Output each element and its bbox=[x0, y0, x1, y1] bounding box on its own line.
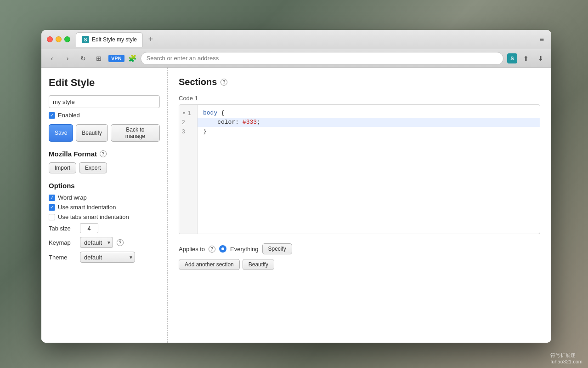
download-button[interactable]: ⬇ bbox=[535, 52, 547, 64]
word-wrap-checkbox[interactable]: ✓ bbox=[49, 195, 55, 201]
tabs-smart-checkbox[interactable] bbox=[49, 214, 55, 220]
back-to-manage-button[interactable]: Back to manage bbox=[111, 124, 160, 142]
back-button[interactable]: ‹ bbox=[46, 52, 58, 64]
sections-help-icon[interactable]: ? bbox=[220, 79, 227, 86]
keymap-select[interactable]: default vim emacs bbox=[80, 237, 113, 248]
tab-size-input[interactable] bbox=[80, 223, 98, 233]
smart-indentation-row: ✓ Use smart indentation bbox=[49, 204, 160, 211]
beautify-section-button[interactable]: Beautify bbox=[243, 259, 274, 270]
code-line-3: } bbox=[203, 127, 534, 136]
tab-title: Edit Style my style bbox=[92, 36, 137, 43]
theme-row: Theme default monokai dracula ▼ bbox=[49, 252, 160, 263]
smart-indentation-label: Use smart indentation bbox=[58, 204, 116, 211]
line-numbers: ▼ 1 2 3 bbox=[179, 105, 198, 234]
tabs-smart-row: Use tabs smart indentation bbox=[49, 213, 160, 220]
close-button[interactable] bbox=[47, 36, 53, 42]
add-tab-button[interactable]: + bbox=[145, 34, 157, 46]
enabled-label: Enabled bbox=[58, 112, 80, 119]
tab-favicon: S bbox=[82, 36, 89, 43]
beautify-button[interactable]: Beautify bbox=[76, 124, 107, 142]
fold-arrow-1[interactable]: ▼ bbox=[182, 111, 186, 115]
style-name-input[interactable] bbox=[49, 95, 160, 108]
watermark: 符号扩展迷fuhao321.com bbox=[550, 352, 582, 364]
code-lines: ▼ 1 2 3 body { colo bbox=[179, 105, 540, 234]
grid-button[interactable]: ⊞ bbox=[93, 52, 105, 64]
code-section: Code 1 ▼ 1 2 3 bbox=[179, 95, 540, 234]
options-header: Options bbox=[49, 182, 160, 190]
main-content: Edit Style ✓ Enabled Save Beautify Back … bbox=[41, 68, 551, 343]
title-bar-actions: ≡ bbox=[538, 34, 546, 46]
word-wrap-label: Word wrap bbox=[58, 194, 87, 201]
smart-indentation-checkbox[interactable]: ✓ bbox=[49, 204, 55, 211]
action-button-row: Save Beautify Back to manage bbox=[49, 124, 160, 142]
code-line-1: body { bbox=[203, 109, 534, 118]
code-line-2: color: #333; bbox=[198, 118, 540, 127]
everything-radio[interactable] bbox=[219, 245, 226, 253]
right-panel: Sections ? Code 1 ▼ 1 2 bbox=[168, 68, 551, 343]
active-tab[interactable]: S Edit Style my style bbox=[76, 32, 143, 47]
sections-title: Sections bbox=[179, 77, 217, 87]
word-wrap-row: ✓ Word wrap bbox=[49, 194, 160, 201]
forward-button[interactable]: › bbox=[62, 52, 74, 64]
export-button[interactable]: Export bbox=[79, 162, 107, 173]
puzzle-icon[interactable]: 🧩 bbox=[128, 54, 137, 63]
applies-to-row: Applies to ? Everything Specify bbox=[179, 243, 540, 254]
extension-icon[interactable]: S bbox=[507, 53, 517, 63]
nav-right-actions: S ⬆ ⬇ bbox=[507, 52, 547, 64]
keymap-row: Keymap default vim emacs ▼ ? bbox=[49, 237, 160, 248]
theme-select[interactable]: default monokai dracula bbox=[80, 252, 135, 263]
radio-inner bbox=[221, 247, 224, 250]
keymap-help-icon[interactable]: ? bbox=[117, 239, 124, 246]
enabled-row: ✓ Enabled bbox=[49, 112, 160, 119]
applies-to-help-icon[interactable]: ? bbox=[209, 246, 215, 253]
mozilla-format-help-icon[interactable]: ? bbox=[100, 150, 107, 157]
title-bar: S Edit Style my style + ≡ bbox=[41, 30, 551, 49]
tab-size-row: Tab size bbox=[49, 223, 160, 233]
browser-window: S Edit Style my style + ≡ ‹ › ↻ ⊞ VPN 🧩 … bbox=[41, 30, 551, 343]
specify-button[interactable]: Specify bbox=[262, 243, 292, 254]
theme-label: Theme bbox=[49, 254, 76, 261]
nav-bar: ‹ › ↻ ⊞ VPN 🧩 S ⬆ ⬇ bbox=[41, 49, 551, 68]
left-panel: Edit Style ✓ Enabled Save Beautify Back … bbox=[41, 68, 168, 343]
tabs-smart-label: Use tabs smart indentation bbox=[58, 213, 129, 220]
address-bar[interactable] bbox=[141, 52, 503, 65]
line-num-1: ▼ 1 bbox=[179, 109, 197, 118]
tab-bar: S Edit Style my style + bbox=[76, 32, 538, 47]
minimize-button[interactable] bbox=[56, 36, 62, 42]
code-content[interactable]: body { color: #333; } bbox=[198, 105, 540, 234]
line-num-3: 3 bbox=[179, 127, 197, 136]
keymap-select-wrapper: default vim emacs ▼ bbox=[80, 237, 113, 248]
enabled-checkbox[interactable]: ✓ bbox=[49, 112, 55, 119]
tab-size-label: Tab size bbox=[49, 225, 76, 232]
import-button[interactable]: Import bbox=[49, 162, 76, 173]
sections-header: Sections ? bbox=[179, 77, 540, 87]
import-export-row: Import Export bbox=[49, 162, 160, 173]
code-label: Code 1 bbox=[179, 95, 540, 102]
applies-to-label: Applies to bbox=[179, 246, 205, 253]
maximize-button[interactable] bbox=[64, 36, 70, 42]
save-button[interactable]: Save bbox=[49, 124, 73, 142]
keymap-label: Keymap bbox=[49, 239, 76, 246]
mozilla-format-header: Mozilla Format ? bbox=[49, 150, 160, 158]
bottom-actions: Add another section Beautify bbox=[179, 259, 540, 270]
everything-label[interactable]: Everything bbox=[230, 246, 258, 253]
menu-button[interactable]: ≡ bbox=[538, 34, 546, 46]
options-section: ✓ Word wrap ✓ Use smart indentation Use … bbox=[49, 194, 160, 263]
theme-select-wrapper: default monokai dracula ▼ bbox=[80, 252, 135, 263]
code-editor: ▼ 1 2 3 body { colo bbox=[179, 104, 540, 234]
line-num-2: 2 bbox=[179, 118, 197, 127]
traffic-lights bbox=[47, 36, 70, 42]
page-title: Edit Style bbox=[49, 77, 160, 89]
reload-button[interactable]: ↻ bbox=[77, 52, 89, 64]
vpn-badge[interactable]: VPN bbox=[108, 55, 124, 62]
share-button[interactable]: ⬆ bbox=[520, 52, 532, 64]
add-section-button[interactable]: Add another section bbox=[179, 259, 240, 270]
